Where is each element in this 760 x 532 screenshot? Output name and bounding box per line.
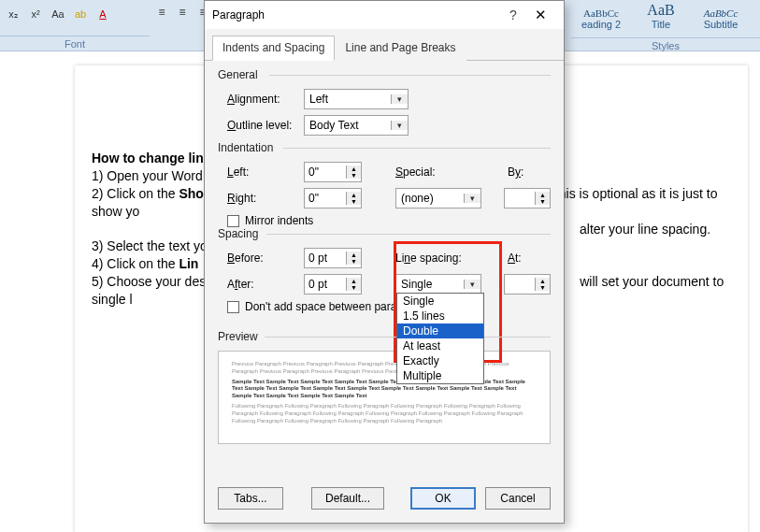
at-spin[interactable]: ▲▼ bbox=[504, 274, 551, 295]
chevron-down-icon[interactable]: ▾ bbox=[464, 280, 480, 289]
cancel-button[interactable]: Cancel bbox=[485, 487, 551, 510]
line-spacing-dropdown[interactable]: Single 1.5 lines Double At least Exactly… bbox=[396, 293, 484, 384]
close-button[interactable]: ✕ bbox=[524, 7, 556, 23]
chevron-down-icon[interactable]: ▾ bbox=[464, 194, 480, 203]
by-spin[interactable]: ▲▼ bbox=[504, 188, 551, 208]
checkbox-icon[interactable] bbox=[227, 215, 239, 227]
spin-up-icon[interactable]: ▲ bbox=[536, 192, 550, 198]
after-label: After: bbox=[227, 278, 304, 291]
chevron-down-icon[interactable]: ▾ bbox=[391, 121, 408, 130]
at-label: At: bbox=[508, 252, 522, 265]
spin-up-icon[interactable]: ▲ bbox=[347, 252, 361, 258]
group-indentation: Indentation Left: 0" ▲▼ Special: By: Rig… bbox=[218, 141, 551, 227]
tab-line-breaks[interactable]: Line and Page Breaks bbox=[335, 36, 466, 61]
align-left-icon[interactable]: ≡ bbox=[152, 3, 171, 22]
line-spacing-combo[interactable]: Single ▾ bbox=[395, 274, 481, 295]
default-button[interactable]: Default... bbox=[311, 487, 384, 510]
dialog-button-row: Tabs... Default... OK Cancel bbox=[205, 478, 564, 523]
ribbon-font-group: x₂ x² Aa ab A Font bbox=[0, 0, 150, 51]
mirror-indents-checkbox[interactable]: Mirror indents bbox=[218, 214, 551, 227]
highlight-icon[interactable]: ab bbox=[71, 5, 90, 23]
group-spacing: Spacing Before: 0 pt ▲▼ Line spacing: At… bbox=[218, 227, 551, 313]
group-label: Preview bbox=[218, 330, 551, 343]
alignment-label: Alignment: bbox=[227, 93, 304, 106]
superscript-icon[interactable]: x₂ bbox=[4, 5, 22, 23]
tabs-button[interactable]: Tabs... bbox=[218, 487, 283, 510]
special-combo[interactable]: (none) ▾ bbox=[395, 188, 481, 208]
line-spacing-label: Line spacing: bbox=[395, 252, 470, 265]
ls-option-1-5[interactable]: 1.5 lines bbox=[397, 309, 483, 324]
spin-down-icon[interactable]: ▼ bbox=[536, 284, 550, 291]
spin-down-icon[interactable]: ▼ bbox=[347, 258, 361, 265]
ribbon-group-label-font: Font bbox=[0, 36, 150, 51]
align-center-icon[interactable]: ≡ bbox=[173, 3, 192, 22]
group-label: Spacing bbox=[218, 227, 551, 240]
ls-option-single[interactable]: Single bbox=[397, 294, 483, 309]
after-spin[interactable]: 0 pt ▲▼ bbox=[304, 274, 362, 295]
before-spin[interactable]: 0 pt ▲▼ bbox=[304, 248, 362, 268]
dialog-titlebar: Paragraph ? ✕ bbox=[205, 1, 564, 29]
style-subtitle[interactable]: AaBbCc Subtitle bbox=[691, 0, 751, 32]
ls-option-multiple[interactable]: Multiple bbox=[397, 368, 483, 383]
ribbon-group-label-styles: Styles bbox=[571, 37, 760, 53]
ls-option-exactly[interactable]: Exactly bbox=[397, 353, 483, 368]
tab-indents-spacing[interactable]: Indents and Spacing bbox=[212, 36, 335, 61]
indent-left-spin[interactable]: 0" ▲▼ bbox=[304, 162, 362, 182]
paragraph-dialog: Paragraph ? ✕ Indents and Spacing Line a… bbox=[204, 0, 565, 524]
ls-option-atleast[interactable]: At least bbox=[397, 338, 483, 353]
subscript-icon[interactable]: x² bbox=[26, 5, 45, 23]
spin-down-icon[interactable]: ▼ bbox=[536, 198, 550, 205]
by-label: By: bbox=[508, 165, 523, 179]
before-label: Before: bbox=[227, 252, 304, 265]
ribbon-styles-group: AaBbCc eading 2 AaB Title AaBbCc Subtitl… bbox=[571, 0, 760, 51]
indent-right-label: Right: bbox=[227, 192, 304, 205]
spin-down-icon[interactable]: ▼ bbox=[347, 172, 361, 179]
group-preview: Preview Previous Paragraph Previous Para… bbox=[218, 330, 551, 444]
indent-left-label: Left: bbox=[227, 165, 304, 179]
chevron-down-icon[interactable]: ▾ bbox=[391, 94, 408, 104]
indent-right-spin[interactable]: 0" ▲▼ bbox=[304, 188, 362, 208]
spin-down-icon[interactable]: ▼ bbox=[347, 198, 361, 205]
outline-combo[interactable]: Body Text ▾ bbox=[304, 115, 409, 136]
dialog-title: Paragraph bbox=[212, 8, 502, 22]
spin-up-icon[interactable]: ▲ bbox=[536, 278, 550, 284]
checkbox-icon[interactable] bbox=[227, 301, 239, 313]
style-heading2[interactable]: AaBbCc eading 2 bbox=[571, 0, 631, 32]
spin-up-icon[interactable]: ▲ bbox=[347, 192, 361, 198]
help-button[interactable]: ? bbox=[502, 7, 524, 22]
dialog-body: General Alignment: Left ▾ Outline level:… bbox=[205, 61, 564, 478]
spin-down-icon[interactable]: ▼ bbox=[347, 284, 361, 291]
font-color-icon[interactable]: A bbox=[93, 5, 112, 23]
ok-button[interactable]: OK bbox=[410, 487, 476, 510]
preview-box: Previous Paragraph Previous Paragraph Pr… bbox=[218, 351, 551, 444]
group-label: Indentation bbox=[218, 141, 551, 154]
dialog-tabs: Indents and Spacing Line and Page Breaks bbox=[205, 29, 564, 61]
spin-up-icon[interactable]: ▲ bbox=[347, 278, 361, 284]
group-general: General Alignment: Left ▾ Outline level:… bbox=[218, 68, 551, 136]
style-title[interactable]: AaB Title bbox=[631, 0, 691, 32]
dont-add-space-checkbox[interactable]: Don't add space between paragra bbox=[218, 300, 551, 313]
change-case-icon[interactable]: Aa bbox=[49, 5, 67, 23]
ls-option-double[interactable]: Double bbox=[397, 324, 483, 338]
spin-up-icon[interactable]: ▲ bbox=[347, 165, 361, 172]
special-label: Special: bbox=[395, 165, 470, 179]
outline-label: Outline level: bbox=[227, 119, 304, 132]
group-label: General bbox=[218, 68, 551, 81]
alignment-combo[interactable]: Left ▾ bbox=[304, 89, 409, 109]
